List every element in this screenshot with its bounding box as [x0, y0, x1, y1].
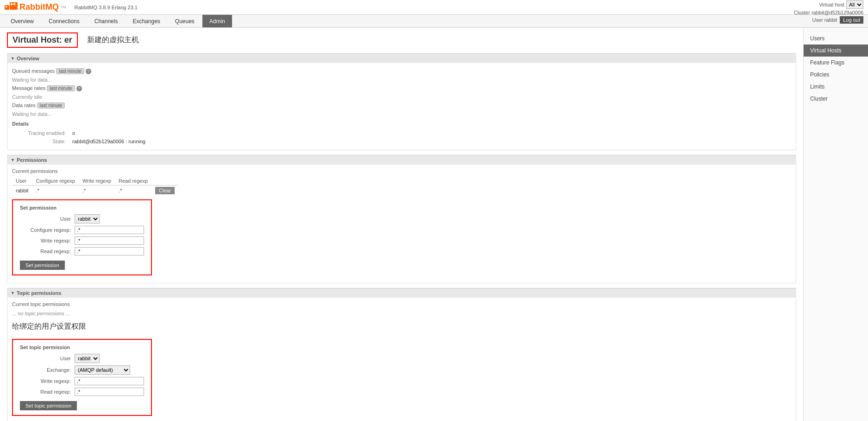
topic-write-row: Write regexp:	[20, 377, 144, 385]
vhost-row: Virtual host All	[819, 0, 863, 9]
logout-button[interactable]: Log out	[840, 16, 863, 24]
perm-write: .*	[79, 185, 115, 196]
logo-tm: TM	[61, 5, 66, 9]
svg-rect-2	[11, 3, 13, 5]
queued-help-icon[interactable]: ?	[86, 69, 91, 74]
perm-user: rabbit	[12, 185, 32, 196]
permissions-chevron: ▼	[11, 158, 15, 162]
waiting1-text: Waiting for data...	[12, 77, 52, 83]
svg-rect-0	[5, 5, 9, 10]
queued-messages-label: Queued messages	[12, 68, 55, 74]
perm-user-row: User rabbit	[20, 214, 144, 223]
perm-write-row: Write regexp:	[20, 236, 144, 245]
perm-configure-input[interactable]	[75, 226, 144, 234]
queued-pill: last minute	[56, 68, 84, 74]
current-topic-label: Current topic permissions	[12, 301, 791, 307]
logo-svg	[5, 2, 18, 13]
vhost-title: Virtual Host: er	[7, 32, 78, 48]
sidebar-item-users[interactable]: Users	[804, 32, 868, 45]
permissions-header-row: User Configure regexp Write regexp Read …	[12, 177, 178, 185]
permissions-section: ▼ Permissions Current permissions User C…	[7, 155, 796, 283]
perm-write-label: Write regexp:	[20, 238, 71, 243]
sidebar-item-policies[interactable]: Policies	[804, 69, 868, 81]
logo: RabbitMQ TM	[5, 2, 66, 13]
col-configure: Configure regexp	[32, 177, 79, 185]
perm-user-label: User	[20, 216, 71, 222]
col-action	[151, 177, 178, 185]
tab-channels[interactable]: Channels	[88, 15, 125, 27]
sidebar-item-vhosts[interactable]: Virtual Hosts	[804, 45, 868, 57]
topic-exchange-select[interactable]: (AMQP default)	[75, 365, 130, 375]
perm-configure-label: Configure regexp:	[20, 227, 71, 233]
page-header: Virtual Host: er 新建的虚拟主机	[7, 32, 796, 48]
perm-write-input[interactable]	[75, 236, 144, 245]
topic-permissions-chevron: ▼	[11, 291, 15, 295]
logo-text: RabbitMQ	[19, 2, 59, 12]
topic-read-input[interactable]	[75, 388, 144, 396]
message-rates-row: Message rates last minute ?	[12, 84, 791, 93]
topic-permissions-section: ▼ Topic permissions Current topic permis…	[7, 288, 796, 421]
state-value: rabbit@d52b129a0006 : running	[69, 138, 148, 145]
details-label: Details	[12, 121, 791, 127]
main: Virtual Host: er 新建的虚拟主机 ▼ Overview Queu…	[0, 28, 868, 421]
user-label: User rabbit	[812, 17, 837, 23]
topic-user-label: User	[20, 356, 71, 361]
set-permission-button[interactable]: Set permission	[20, 261, 65, 270]
current-permissions-label: Current permissions	[12, 168, 791, 174]
tracing-value: o	[69, 129, 148, 137]
message-rates-help-icon[interactable]: ?	[76, 86, 82, 91]
col-read: Read regexp	[115, 177, 151, 185]
sidebar: Users Virtual Hosts Feature Flags Polici…	[803, 28, 868, 421]
perm-action[interactable]: Clear	[151, 185, 178, 196]
tab-queues[interactable]: Queues	[168, 15, 201, 27]
topic-write-input[interactable]	[75, 377, 144, 385]
sidebar-item-feature-flags[interactable]: Feature Flags	[804, 57, 868, 69]
tab-exchanges[interactable]: Exchanges	[126, 15, 167, 27]
perm-configure-row: Configure regexp:	[20, 226, 144, 234]
topic-exchange-row: Exchange: (AMQP default)	[20, 365, 144, 375]
tab-admin[interactable]: Admin	[202, 15, 232, 27]
topbar-right: Refreshed 2020-09-30 00:04:23 Refresh ev…	[719, 0, 863, 24]
set-topic-permission-button[interactable]: Set topic permission	[20, 401, 77, 410]
topic-permissions-body: Current topic permissions ... no topic p…	[7, 298, 796, 421]
logo-area: RabbitMQ TM RabbitMQ 3.8.9 Erlang 23.1	[5, 2, 138, 13]
set-permission-box: Set permission User rabbit Configure reg…	[12, 199, 152, 275]
svg-rect-3	[13, 3, 15, 5]
vhost-select[interactable]: All	[846, 0, 863, 9]
message-rates-pill: last minute	[47, 85, 75, 91]
perm-configure: .*	[32, 185, 79, 196]
version-info: RabbitMQ 3.8.9 Erlang 23.1	[75, 5, 138, 10]
tracing-label: Tracing enabled:	[13, 129, 69, 137]
sidebar-item-cluster[interactable]: Cluster	[804, 93, 868, 105]
clear-button[interactable]: Clear	[155, 187, 175, 194]
topic-permissions-header[interactable]: ▼ Topic permissions	[7, 288, 796, 298]
currently-idle-text: Currently idle	[12, 94, 42, 100]
tab-overview[interactable]: Overview	[4, 15, 41, 27]
topic-read-row: Read regexp:	[20, 388, 144, 396]
permissions-body: Current permissions User Configure regex…	[7, 165, 796, 283]
svg-rect-4	[6, 6, 7, 7]
topic-user-row: User rabbit	[20, 354, 144, 363]
state-label: State:	[13, 138, 69, 145]
waiting2-row: Waiting for data...	[12, 110, 791, 118]
overview-chevron: ▼	[11, 56, 15, 61]
overview-body: Queued messages last minute ? Waiting fo…	[7, 63, 796, 150]
details-table: Tracing enabled: o State: rabbit@d52b129…	[12, 128, 149, 146]
overview-section: ▼ Overview Queued messages last minute ?…	[7, 53, 796, 150]
topic-read-label: Read regexp:	[20, 389, 71, 395]
state-row: State: rabbit@d52b129a0006 : running	[13, 138, 148, 145]
set-topic-permission-label: Set topic permission	[20, 344, 144, 350]
tab-connections[interactable]: Connections	[42, 15, 87, 27]
topic-write-label: Write regexp:	[20, 378, 71, 384]
overview-header[interactable]: ▼ Overview	[7, 53, 796, 63]
details-block: Details Tracing enabled: o State: rabbit…	[12, 121, 791, 146]
sidebar-item-limits[interactable]: Limits	[804, 81, 868, 93]
data-rates-row: Data rates last minute	[12, 101, 791, 110]
topic-user-select[interactable]: rabbit	[75, 354, 100, 363]
col-user: User	[12, 177, 32, 185]
permissions-header[interactable]: ▼ Permissions	[7, 155, 796, 165]
data-rates-pill: last minute	[37, 102, 65, 108]
set-topic-permission-box: Set topic permission User rabbit Exchang…	[12, 339, 152, 416]
perm-user-select[interactable]: rabbit	[75, 214, 100, 223]
perm-read-input[interactable]	[75, 247, 144, 255]
